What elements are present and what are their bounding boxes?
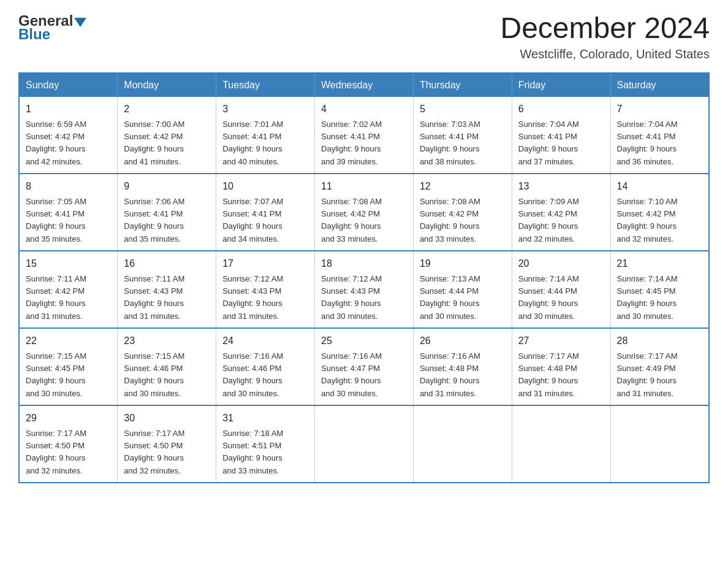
header-wednesday: Wednesday [315,73,414,97]
logo-triangle-icon [74,18,86,27]
day-info: Sunrise: 7:09 AMSunset: 4:42 PMDaylight:… [518,197,579,243]
table-row: 4Sunrise: 7:02 AMSunset: 4:41 PMDaylight… [315,97,414,174]
day-info: Sunrise: 7:18 AMSunset: 4:51 PMDaylight:… [222,429,283,475]
calendar-week-row: 8Sunrise: 7:05 AMSunset: 4:41 PMDaylight… [19,174,709,251]
day-number: 12 [420,179,506,194]
table-row: 18Sunrise: 7:12 AMSunset: 4:43 PMDayligh… [315,251,414,328]
header-saturday: Saturday [610,73,709,97]
table-row: 2Sunrise: 7:00 AMSunset: 4:42 PMDaylight… [118,97,216,174]
day-number: 30 [124,411,210,426]
day-info: Sunrise: 7:00 AMSunset: 4:42 PMDaylight:… [124,120,184,166]
table-row: 20Sunrise: 7:14 AMSunset: 4:44 PMDayligh… [512,251,610,328]
day-number: 3 [222,102,308,117]
table-row: 10Sunrise: 7:07 AMSunset: 4:41 PMDayligh… [216,174,315,251]
header-sunday: Sunday [19,73,118,97]
table-row: 22Sunrise: 7:15 AMSunset: 4:45 PMDayligh… [19,328,118,405]
table-row: 9Sunrise: 7:06 AMSunset: 4:41 PMDaylight… [118,174,216,251]
day-number: 22 [26,334,111,348]
calendar-week-row: 15Sunrise: 7:11 AMSunset: 4:42 PMDayligh… [19,251,709,328]
day-number: 11 [321,179,407,194]
table-row: 17Sunrise: 7:12 AMSunset: 4:43 PMDayligh… [216,251,315,328]
calendar-week-row: 1Sunrise: 6:59 AMSunset: 4:42 PMDaylight… [19,97,709,174]
day-info: Sunrise: 7:03 AMSunset: 4:41 PMDaylight:… [420,120,480,166]
table-row: 30Sunrise: 7:17 AMSunset: 4:50 PMDayligh… [118,405,216,483]
title-area: December 2024 Westcliffe, Colorado, Unit… [500,12,710,61]
table-row: 19Sunrise: 7:13 AMSunset: 4:44 PMDayligh… [413,251,512,328]
table-row: 11Sunrise: 7:08 AMSunset: 4:42 PMDayligh… [315,174,414,251]
day-info: Sunrise: 7:14 AMSunset: 4:44 PMDaylight:… [518,274,579,321]
table-row: 27Sunrise: 7:17 AMSunset: 4:48 PMDayligh… [512,328,610,405]
day-number: 15 [26,256,111,271]
table-row: 3Sunrise: 7:01 AMSunset: 4:41 PMDaylight… [216,97,315,174]
day-info: Sunrise: 7:05 AMSunset: 4:41 PMDaylight:… [26,197,86,243]
table-row [512,405,610,483]
day-info: Sunrise: 7:17 AMSunset: 4:50 PMDaylight:… [124,429,184,475]
day-info: Sunrise: 7:14 AMSunset: 4:45 PMDaylight:… [617,274,678,321]
calendar-table: Sunday Monday Tuesday Wednesday Thursday… [18,72,710,483]
day-number: 24 [222,334,308,348]
table-row: 12Sunrise: 7:08 AMSunset: 4:42 PMDayligh… [413,174,512,251]
day-info: Sunrise: 7:12 AMSunset: 4:43 PMDaylight:… [222,274,283,321]
header-monday: Monday [118,73,216,97]
day-number: 25 [321,334,407,348]
day-info: Sunrise: 7:12 AMSunset: 4:43 PMDaylight:… [321,274,382,321]
table-row: 31Sunrise: 7:18 AMSunset: 4:51 PMDayligh… [216,405,315,483]
table-row: 14Sunrise: 7:10 AMSunset: 4:42 PMDayligh… [610,174,709,251]
day-info: Sunrise: 7:06 AMSunset: 4:41 PMDaylight:… [124,197,184,243]
day-number: 14 [617,179,702,194]
table-row: 6Sunrise: 7:04 AMSunset: 4:41 PMDaylight… [512,97,610,174]
day-info: Sunrise: 7:02 AMSunset: 4:41 PMDaylight:… [321,120,382,166]
calendar-week-row: 29Sunrise: 7:17 AMSunset: 4:50 PMDayligh… [19,405,709,483]
table-row: 1Sunrise: 6:59 AMSunset: 4:42 PMDaylight… [19,97,118,174]
day-info: Sunrise: 7:16 AMSunset: 4:48 PMDaylight:… [420,351,480,398]
calendar-week-row: 22Sunrise: 7:15 AMSunset: 4:45 PMDayligh… [19,328,709,405]
day-number: 19 [420,256,506,271]
day-number: 17 [222,256,308,271]
day-number: 8 [26,179,111,194]
table-row: 16Sunrise: 7:11 AMSunset: 4:43 PMDayligh… [118,251,216,328]
day-number: 9 [124,179,210,194]
table-row [413,405,512,483]
table-row: 26Sunrise: 7:16 AMSunset: 4:48 PMDayligh… [413,328,512,405]
header-friday: Friday [512,73,610,97]
day-info: Sunrise: 7:17 AMSunset: 4:50 PMDaylight:… [26,429,86,475]
day-info: Sunrise: 7:11 AMSunset: 4:43 PMDaylight:… [124,274,184,321]
table-row: 29Sunrise: 7:17 AMSunset: 4:50 PMDayligh… [19,405,118,483]
day-number: 18 [321,256,407,271]
day-number: 1 [26,102,111,117]
table-row: 15Sunrise: 7:11 AMSunset: 4:42 PMDayligh… [19,251,118,328]
day-number: 28 [617,334,702,348]
table-row [315,405,414,483]
day-info: Sunrise: 7:08 AMSunset: 4:42 PMDaylight:… [321,197,382,243]
table-row: 25Sunrise: 7:16 AMSunset: 4:47 PMDayligh… [315,328,414,405]
logo: General Blue [18,12,86,43]
day-number: 2 [124,102,210,117]
header-thursday: Thursday [413,73,512,97]
day-number: 4 [321,102,407,117]
day-number: 6 [518,102,604,117]
table-row: 24Sunrise: 7:16 AMSunset: 4:46 PMDayligh… [216,328,315,405]
day-info: Sunrise: 6:59 AMSunset: 4:42 PMDaylight:… [26,120,86,166]
day-info: Sunrise: 7:08 AMSunset: 4:42 PMDaylight:… [420,197,480,243]
table-row: 5Sunrise: 7:03 AMSunset: 4:41 PMDaylight… [413,97,512,174]
day-info: Sunrise: 7:10 AMSunset: 4:42 PMDaylight:… [617,197,678,243]
day-info: Sunrise: 7:15 AMSunset: 4:46 PMDaylight:… [124,351,184,398]
calendar-subtitle: Westcliffe, Colorado, United States [500,47,710,61]
day-info: Sunrise: 7:16 AMSunset: 4:47 PMDaylight:… [321,351,382,398]
day-number: 23 [124,334,210,348]
day-number: 16 [124,256,210,271]
day-info: Sunrise: 7:01 AMSunset: 4:41 PMDaylight:… [222,120,283,166]
table-row: 8Sunrise: 7:05 AMSunset: 4:41 PMDaylight… [19,174,118,251]
day-number: 27 [518,334,604,348]
calendar-title: December 2024 [500,12,710,45]
day-info: Sunrise: 7:17 AMSunset: 4:49 PMDaylight:… [617,351,678,398]
table-row [610,405,709,483]
day-number: 26 [420,334,506,348]
day-info: Sunrise: 7:04 AMSunset: 4:41 PMDaylight:… [518,120,579,166]
day-info: Sunrise: 7:15 AMSunset: 4:45 PMDaylight:… [26,351,86,398]
day-number: 21 [617,256,702,271]
day-info: Sunrise: 7:04 AMSunset: 4:41 PMDaylight:… [617,120,678,166]
day-number: 13 [518,179,604,194]
day-info: Sunrise: 7:07 AMSunset: 4:41 PMDaylight:… [222,197,283,243]
day-number: 5 [420,102,506,117]
